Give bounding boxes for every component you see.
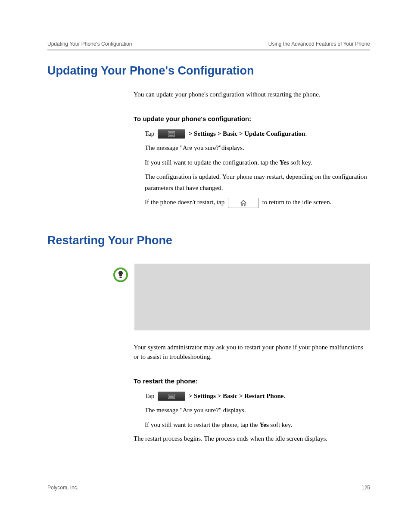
restart-step-tap-menu: Tap > Settings > Basic > Restart Phone. xyxy=(145,391,370,402)
page-footer: Polycom, Inc. 125 xyxy=(47,485,370,491)
menu-button-icon xyxy=(158,392,185,401)
home-button-icon xyxy=(228,198,259,208)
callout-box xyxy=(134,264,370,330)
restart-step-message: The message "Are you sure?" displays. xyxy=(145,405,370,416)
power-tip-icon xyxy=(113,267,128,283)
intro-text: You can update your phone's configuratio… xyxy=(134,90,370,100)
restart-step-yes: If you still want to restart the phone, … xyxy=(145,420,370,431)
step-tap-yes: If you still want to update the configur… xyxy=(145,157,370,168)
section-title-updating: Updating Your Phone's Configuration xyxy=(47,64,370,78)
restart-step-process: The restart process begins. The process … xyxy=(134,434,370,444)
procedure-heading-restart: To restart the phone: xyxy=(134,377,370,385)
step-return-idle: If the phone doesn't restart, tap to ret… xyxy=(145,197,370,208)
page-header: Updating Your Phone's Configuration Usin… xyxy=(47,41,370,50)
restart-intro: Your system administrator may ask you to… xyxy=(134,342,370,362)
footer-company: Polycom, Inc. xyxy=(47,485,78,491)
section-title-restarting: Restarting Your Phone xyxy=(47,234,370,247)
procedure-heading-update: To update your phone's configuration: xyxy=(134,115,370,122)
header-left: Updating Your Phone's Configuration xyxy=(47,41,132,47)
footer-page-number: 125 xyxy=(361,485,370,491)
svg-rect-5 xyxy=(120,277,122,278)
step-message-display: The message "Are you sure?"displays. xyxy=(145,143,370,154)
header-right: Using the Advanced Features of Your Phon… xyxy=(268,41,370,47)
callout-row xyxy=(108,264,370,330)
menu-button-icon xyxy=(158,129,185,139)
step-tap-menu: Tap > Settings > Basic > Update Configur… xyxy=(145,128,370,140)
step-config-updated: The configuration is updated. Your phone… xyxy=(145,171,370,193)
